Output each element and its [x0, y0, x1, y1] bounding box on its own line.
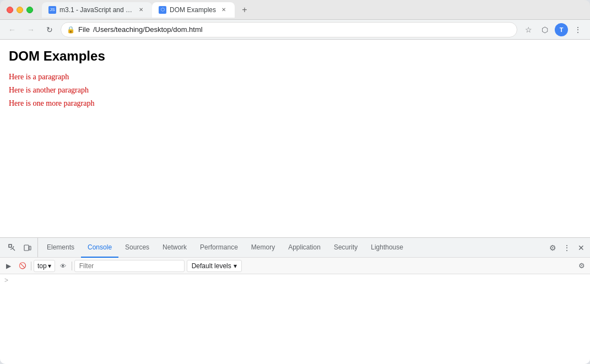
- paragraph-1: Here is a paragraph: [9, 73, 581, 82]
- page-title: DOM Examples: [9, 48, 581, 64]
- toolbar-divider-2: [72, 262, 72, 270]
- back-button[interactable]: ←: [4, 22, 20, 37]
- tab-2-favicon: ⬡: [159, 6, 166, 14]
- tab-2[interactable]: ⬡ DOM Examples ✕: [152, 2, 235, 18]
- url-bar[interactable]: 🔒 File /Users/teaching/Desktop/dom.html: [61, 22, 517, 37]
- page-content: DOM Examples Here is a paragraph Here is…: [0, 40, 590, 237]
- devtools-tabs: Elements Console Sources Network Perform…: [0, 238, 590, 258]
- console-prompt-line: >: [4, 276, 586, 284]
- eye-icon[interactable]: 👁: [57, 260, 69, 272]
- prompt-arrow-icon: >: [4, 276, 8, 284]
- tab-performance[interactable]: Performance: [193, 238, 245, 258]
- traffic-lights: [7, 7, 33, 13]
- tab-security[interactable]: Security: [327, 238, 364, 258]
- devtools-tab-icons: [2, 238, 38, 257]
- toolbar-divider: [31, 262, 31, 270]
- console-clear-icon[interactable]: 🚫: [17, 260, 29, 272]
- svg-rect-0: [9, 245, 12, 247]
- tab-lighthouse[interactable]: Lighthouse: [364, 238, 410, 258]
- title-bar: JS m3.1 - JavaScript and the DO… ✕ ⬡ DOM…: [0, 0, 590, 20]
- tab-1[interactable]: JS m3.1 - JavaScript and the DO… ✕: [42, 2, 152, 18]
- paragraph-2: Here is another paragraph: [9, 86, 581, 95]
- console-run-icon[interactable]: ▶: [2, 260, 14, 272]
- address-bar: ← → ↻ 🔒 File /Users/teaching/Desktop/dom…: [0, 20, 590, 40]
- reload-button[interactable]: ↻: [42, 22, 57, 37]
- tab-1-favicon: JS: [48, 6, 56, 14]
- default-levels-dropdown[interactable]: Default levels ▾: [187, 260, 242, 272]
- devtools-more-icon[interactable]: ⋮: [560, 241, 573, 254]
- tab-2-close[interactable]: ✕: [219, 6, 228, 14]
- tab-elements[interactable]: Elements: [40, 238, 81, 258]
- tab-2-title: DOM Examples: [170, 6, 216, 14]
- default-levels-label: Default levels: [192, 262, 231, 270]
- devtools-settings-icon[interactable]: ⚙: [546, 241, 559, 254]
- device-toolbar-icon[interactable]: [21, 241, 34, 254]
- forward-button[interactable]: →: [23, 22, 39, 37]
- tabs-bar: JS m3.1 - JavaScript and the DO… ✕ ⬡ DOM…: [42, 2, 583, 18]
- devtools-close-icon[interactable]: ✕: [575, 241, 588, 254]
- svg-rect-2: [29, 246, 31, 250]
- url-protocol: File: [78, 25, 90, 34]
- filter-input[interactable]: [74, 260, 185, 272]
- context-dropdown-icon: ▾: [48, 262, 51, 270]
- extensions-icon[interactable]: ⬡: [537, 22, 553, 37]
- context-value: top: [37, 262, 47, 270]
- browser-window: JS m3.1 - JavaScript and the DO… ✕ ⬡ DOM…: [0, 0, 590, 364]
- avatar: T: [555, 23, 568, 36]
- svg-rect-1: [24, 245, 29, 251]
- bookmark-icon[interactable]: ☆: [521, 22, 536, 37]
- console-toolbar: ▶ 🚫 top ▾ 👁 Default levels ▾ ⚙: [0, 258, 590, 274]
- console-settings-icon[interactable]: ⚙: [576, 260, 588, 272]
- maximize-button[interactable]: [26, 7, 33, 13]
- url-lock-icon: 🔒: [67, 26, 75, 34]
- tab-1-title: m3.1 - JavaScript and the DO…: [59, 6, 133, 14]
- devtools-end-icons: ⚙ ⋮ ✕: [546, 241, 588, 254]
- console-body[interactable]: >: [0, 274, 590, 364]
- tab-network[interactable]: Network: [156, 238, 193, 258]
- new-tab-button[interactable]: +: [237, 2, 252, 18]
- account-icon[interactable]: T: [554, 22, 569, 37]
- address-icons: ☆ ⬡ T ⋮: [521, 22, 586, 37]
- close-button[interactable]: [7, 7, 13, 13]
- devtools-panel: Elements Console Sources Network Perform…: [0, 237, 590, 364]
- tab-application[interactable]: Application: [282, 238, 327, 258]
- tab-sources[interactable]: Sources: [118, 238, 156, 258]
- context-selector[interactable]: top ▾: [34, 260, 55, 272]
- levels-dropdown-icon: ▾: [234, 262, 237, 270]
- tab-console[interactable]: Console: [81, 238, 118, 258]
- tab-1-close[interactable]: ✕: [137, 6, 145, 14]
- minimize-button[interactable]: [17, 7, 23, 13]
- url-path: /Users/teaching/Desktop/dom.html: [93, 25, 203, 34]
- paragraph-3: Here is one more paragraph: [9, 99, 581, 108]
- tab-memory[interactable]: Memory: [245, 238, 282, 258]
- menu-icon[interactable]: ⋮: [570, 22, 586, 37]
- inspect-element-icon[interactable]: [6, 241, 19, 254]
